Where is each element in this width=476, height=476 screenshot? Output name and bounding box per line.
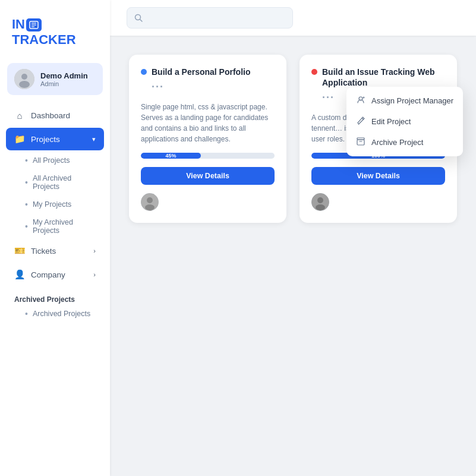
dropdown-assign-pm[interactable]: Assign Project Manager — [346, 90, 463, 111]
svg-point-10 — [147, 197, 153, 203]
svg-point-21 — [316, 204, 325, 210]
sidebar-item-company[interactable]: 👤 Company › — [6, 263, 104, 286]
main-content: Build a Personal Porfolio ··· Single pag… — [110, 0, 476, 476]
archive-project-icon — [356, 137, 365, 147]
subnav-my-projects[interactable]: My Projects — [17, 196, 104, 213]
svg-point-20 — [317, 197, 323, 203]
sidebar-item-dashboard[interactable]: ⌂ Dashboard — [6, 105, 104, 127]
sidebar: IN TRACKER Demo Admin Admin ⌂ Dashboard … — [0, 0, 110, 476]
chevron-down-icon: ▾ — [92, 135, 96, 143]
subnav-all-archived[interactable]: All Archived Projects — [17, 170, 104, 195]
top-bar — [110, 0, 476, 36]
search-bar[interactable] — [127, 7, 293, 29]
svg-line-8 — [140, 20, 143, 22]
subnav-archived-projects[interactable]: Archived Projects — [17, 305, 104, 323]
search-icon — [134, 14, 143, 22]
avatar — [14, 69, 34, 89]
tickets-chevron-icon: › — [93, 247, 96, 254]
dropdown-archive-project[interactable]: Archive Project — [346, 132, 463, 153]
archive-project-label: Archive Project — [371, 138, 423, 147]
tickets-label: Tickets — [31, 247, 56, 256]
view-details-btn-1[interactable]: View Details — [311, 167, 445, 185]
user-info: Demo Admin Admin — [40, 71, 88, 87]
card-header-0: Build a Personal Porfolio — [141, 67, 275, 77]
company-label: Company — [31, 270, 65, 279]
card-footer-1 — [311, 193, 445, 211]
my-projects-label: My Projects — [33, 200, 71, 209]
sidebar-item-projects[interactable]: 📁 Projects ▾ — [6, 128, 104, 150]
project-card-1: Build an Issue Tracking Web Application … — [300, 55, 457, 223]
svg-point-11 — [145, 204, 155, 210]
edit-project-icon — [356, 116, 365, 127]
archived-projects-subnav: Archived Projects — [6, 305, 104, 323]
company-chevron-icon: › — [93, 271, 96, 278]
card-menu-0[interactable]: ··· — [152, 81, 275, 93]
dropdown-edit-project[interactable]: Edit Project — [346, 111, 463, 132]
svg-point-5 — [21, 74, 27, 80]
project-card-0: Build a Personal Porfolio ··· Single pag… — [129, 55, 286, 223]
progress-label-0: 45% — [166, 153, 176, 159]
status-dot-active — [141, 69, 147, 75]
logo-icon — [26, 18, 42, 31]
dropdown-menu: Assign Project Manager Edit Project Arch… — [346, 87, 463, 156]
all-archived-label: All Archived Projects — [33, 174, 96, 191]
dashboard-icon: ⌂ — [14, 111, 25, 121]
sidebar-item-tickets[interactable]: 🎫 Tickets › — [6, 239, 104, 262]
user-name: Demo Admin — [40, 71, 88, 80]
archived-projects-section-label: Archived Projects — [6, 292, 104, 305]
projects-label: Projects — [31, 135, 60, 144]
content-area: Build a Personal Porfolio ··· Single pag… — [110, 36, 476, 476]
projects-grid: Build a Personal Porfolio ··· Single pag… — [129, 55, 457, 223]
projects-subnav: All Projects All Archived Projects My Pr… — [6, 152, 104, 239]
view-details-btn-0[interactable]: View Details — [141, 167, 275, 185]
assign-pm-label: Assign Project Manager — [371, 96, 453, 105]
dashboard-label: Dashboard — [31, 111, 70, 120]
card-header-1: Build an Issue Tracking Web Application — [311, 67, 445, 88]
subnav-all-projects[interactable]: All Projects — [17, 152, 104, 169]
user-profile[interactable]: Demo Admin Admin — [7, 63, 103, 95]
progress-container-0: 45% — [141, 153, 275, 159]
logo: IN TRACKER — [0, 0, 110, 59]
my-archived-label: My Archived Projects — [33, 218, 96, 235]
all-projects-label: All Projects — [33, 156, 70, 165]
member-avatar-0 — [141, 193, 159, 211]
nav-section: ⌂ Dashboard 📁 Projects ▾ All Projects Al… — [0, 105, 110, 476]
assign-pm-icon — [356, 96, 365, 106]
projects-icon: 📁 — [14, 134, 25, 144]
card-description-0: Single page html, css & javascript page.… — [141, 102, 275, 144]
card-footer-0 — [141, 193, 275, 211]
company-icon: 👤 — [14, 269, 25, 280]
card-title-0: Build a Personal Porfolio — [152, 67, 275, 77]
subnav-my-archived[interactable]: My Archived Projects — [17, 214, 104, 239]
svg-point-6 — [19, 81, 30, 88]
user-role: Admin — [40, 80, 88, 87]
progress-bar-bg-0: 45% — [141, 153, 275, 159]
edit-project-label: Edit Project — [371, 117, 411, 126]
progress-bar-fill-0: 45% — [141, 153, 201, 159]
tickets-icon: 🎫 — [14, 245, 25, 256]
svg-rect-17 — [357, 138, 364, 140]
svg-rect-16 — [357, 140, 364, 145]
member-avatar-1 — [311, 193, 329, 211]
svg-line-15 — [362, 118, 364, 120]
status-dot-inactive — [311, 69, 317, 75]
card-title-1: Build an Issue Tracking Web Application — [322, 67, 445, 88]
logo-text: IN TRACKER — [12, 17, 98, 48]
